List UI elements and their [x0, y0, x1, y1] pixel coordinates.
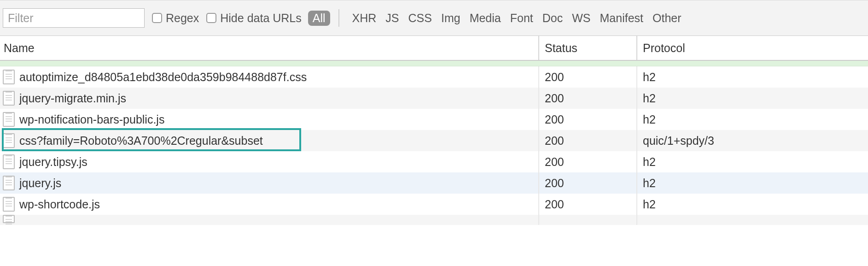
checkbox-icon: [152, 13, 162, 23]
previous-row-peek: [0, 61, 868, 66]
filter-type-xhr[interactable]: XHR: [348, 12, 381, 25]
hide-data-urls-label: Hide data URLs: [220, 12, 301, 25]
table-row[interactable]: jquery-migrate.min.js 200 h2: [0, 88, 868, 109]
request-name: autoptimize_d84805a1ebd38de0da359b984488…: [19, 71, 307, 84]
request-status: 200: [539, 151, 637, 172]
network-rows: autoptimize_d84805a1ebd38de0da359b984488…: [0, 61, 868, 225]
request-protocol: h2: [637, 109, 868, 130]
request-status: 200: [539, 194, 637, 215]
next-row-peek: [0, 215, 868, 225]
request-status: 200: [539, 88, 637, 109]
request-protocol: h2: [637, 66, 868, 88]
checkbox-icon: [206, 13, 216, 23]
filter-type-all[interactable]: All: [308, 11, 330, 26]
file-icon: [3, 133, 15, 148]
column-header-protocol[interactable]: Protocol: [637, 36, 868, 60]
filter-type-other[interactable]: Other: [648, 12, 686, 25]
table-row[interactable]: wp-shortcode.js 200 h2: [0, 194, 868, 215]
request-status: 200: [539, 66, 637, 88]
file-icon: [3, 176, 15, 190]
filter-type-doc[interactable]: Doc: [538, 12, 567, 25]
table-row[interactable]: css?family=Roboto%3A700%2Cregular&subset…: [0, 130, 868, 151]
request-protocol: h2: [637, 151, 868, 172]
filter-type-img[interactable]: Img: [437, 12, 465, 25]
regex-label: Regex: [166, 12, 199, 25]
file-icon: [3, 91, 15, 106]
request-name: jquery.js: [19, 177, 61, 190]
filter-type-ws[interactable]: WS: [567, 12, 595, 25]
column-header-name[interactable]: Name: [0, 36, 539, 60]
request-name: css?family=Roboto%3A700%2Cregular&subset: [19, 134, 263, 148]
file-icon: [3, 197, 15, 212]
request-name: wp-shortcode.js: [19, 198, 100, 211]
request-protocol: h2: [637, 88, 868, 109]
file-icon: [3, 112, 15, 127]
file-icon: [3, 70, 15, 84]
column-header-status[interactable]: Status: [539, 36, 637, 60]
regex-checkbox-wrap[interactable]: Regex: [152, 12, 199, 25]
table-row[interactable]: wp-notification-bars-public.js 200 h2: [0, 109, 868, 130]
filter-input[interactable]: [3, 8, 145, 28]
filter-type-media[interactable]: Media: [465, 12, 506, 25]
network-toolbar: Regex Hide data URLs All XHR JS CSS Img …: [0, 0, 868, 36]
filter-type-list: XHR JS CSS Img Media Font Doc WS Manifes…: [348, 12, 686, 25]
table-row[interactable]: jquery.tipsy.js 200 h2: [0, 151, 868, 172]
separator: [338, 9, 339, 27]
filter-type-manifest[interactable]: Manifest: [595, 12, 648, 25]
file-icon: [3, 154, 15, 169]
request-name: jquery-migrate.min.js: [19, 92, 126, 105]
filter-type-css[interactable]: CSS: [404, 12, 437, 25]
request-status: 200: [539, 130, 637, 151]
request-protocol: h2: [637, 172, 868, 194]
request-name: jquery.tipsy.js: [19, 155, 87, 169]
table-row[interactable]: autoptimize_d84805a1ebd38de0da359b984488…: [0, 66, 868, 88]
file-icon: [3, 215, 15, 223]
filter-type-font[interactable]: Font: [506, 12, 538, 25]
filter-type-js[interactable]: JS: [381, 12, 403, 25]
table-header-row: Name Status Protocol: [0, 36, 868, 61]
request-status: 200: [539, 172, 637, 194]
request-status: 200: [539, 109, 637, 130]
hide-data-urls-checkbox-wrap[interactable]: Hide data URLs: [206, 12, 301, 25]
table-row[interactable]: jquery.js 200 h2: [0, 172, 868, 194]
request-protocol: h2: [637, 194, 868, 215]
request-name: wp-notification-bars-public.js: [19, 113, 164, 126]
request-protocol: quic/1+spdy/3: [637, 130, 868, 151]
